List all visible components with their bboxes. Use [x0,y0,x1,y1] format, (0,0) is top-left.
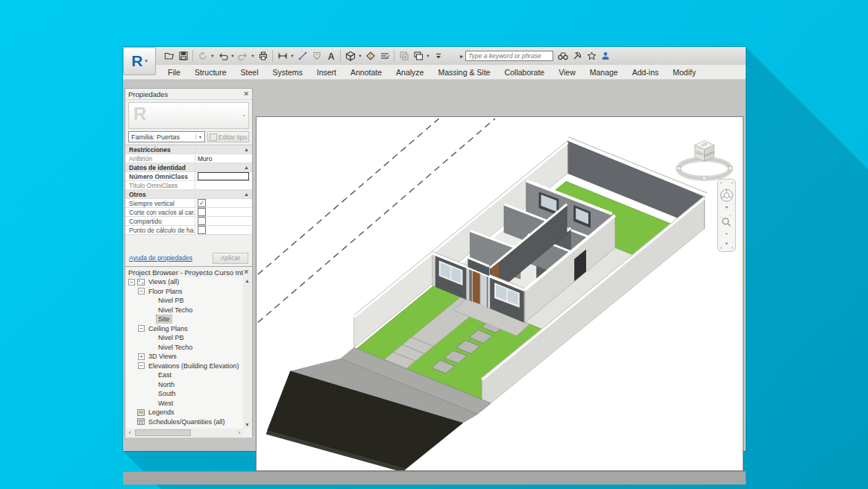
edit-type-button[interactable]: Editar tipo [207,131,249,142]
properties-help-link[interactable]: Ayuda de propiedades [129,254,192,262]
measure-icon[interactable] [275,48,289,63]
collapse-chevron-icon[interactable]: ▲ [244,147,249,152]
checkbox[interactable] [198,217,206,225]
tree-item-legends[interactable]: Legends [126,408,243,417]
binoculars-icon[interactable] [558,51,568,60]
tree-item-site[interactable]: Site [126,315,243,324]
collapse-chevron-icon[interactable]: ▲ [244,165,249,170]
tab-view[interactable]: View [559,68,576,77]
thin-lines-icon[interactable] [377,48,391,63]
infocenter-collapse-icon[interactable]: ▸ [460,53,463,60]
checkbox[interactable] [198,226,206,234]
tree-item-label: Schedules/Quantities (all) [147,418,227,426]
scroll-up-icon[interactable]: ▲ [243,277,251,285]
default-3d-view-icon[interactable] [343,48,357,63]
switch-windows-dropdown-icon[interactable]: ▾ [425,53,431,59]
property-value[interactable] [195,181,252,189]
search-input[interactable] [465,51,553,61]
tree-item-north[interactable]: North [126,380,243,390]
tab-massing-site[interactable]: Massing & Site [438,68,490,77]
tab-collaborate[interactable]: Collaborate [504,68,544,77]
family-type-combo[interactable]: Familia: Puertas ▾ [128,131,205,142]
default-3d-view-dropdown-icon[interactable]: ▾ [357,53,363,59]
tree-item-elevations-building-elevation-[interactable]: −Elevations (Building Elevation) [126,362,243,371]
collapse-icon[interactable]: − [138,325,145,332]
application-menu-button[interactable]: R ▾ [123,47,156,75]
tree-item-views-all-[interactable]: −Views (all) [126,277,243,287]
viewcube[interactable]: TOP LEFT FRONT [676,141,732,180]
navigation-bar[interactable] [718,179,736,251]
tree-item-nivel-pb[interactable]: Nivel PB [126,333,243,343]
vertical-scrollbar[interactable]: ▲ ▼ [243,277,251,429]
redo-icon [236,48,250,63]
redo-dropdown-icon[interactable]: ▾ [250,53,256,59]
tab-steel[interactable]: Steel [241,68,259,77]
undo-dropdown-icon[interactable]: ▾ [230,53,236,59]
scrollbar-thumb[interactable] [135,429,191,436]
undo-icon[interactable] [216,48,230,63]
collapse-icon[interactable]: − [128,279,135,285]
tree-item-east[interactable]: East [126,370,243,380]
property-label: Número OmniClass [125,173,195,180]
text-icon[interactable]: A [324,48,338,63]
tab-file[interactable]: File [168,68,180,77]
print-icon[interactable] [256,48,270,63]
tree-item-nivel-pb[interactable]: Nivel PB [126,296,243,306]
tab-structure[interactable]: Structure [195,68,227,77]
tab-annotate[interactable]: Annotate [350,68,382,77]
steering-wheel-icon[interactable] [720,189,732,201]
close-icon[interactable]: ✕ [243,269,249,276]
tree-item-nivel-techo[interactable]: Nivel Techo [126,343,243,353]
tree-item-ceiling-plans[interactable]: −Ceiling Plans [126,324,243,334]
tree-item-3d-views[interactable]: +3D Views [126,352,243,362]
customize-qat-icon[interactable] [431,48,445,63]
scroll-left-icon[interactable]: ‹ [126,430,133,435]
sign-in-icon[interactable] [573,51,582,60]
type-preview[interactable]: R ⌄ [128,102,249,129]
tab-systems[interactable]: Systems [272,68,302,77]
switch-windows-icon[interactable] [411,48,425,63]
property-row: Número OmniClass [125,172,252,181]
tree-item-schedules-quantities-all-[interactable]: Schedules/Quantities (all) [126,417,243,427]
horizontal-scrollbar[interactable]: ‹ › [126,429,243,437]
tab-insert[interactable]: Insert [317,68,336,77]
scroll-right-icon[interactable]: › [236,430,243,435]
scroll-down-icon[interactable]: ▼ [243,421,251,429]
favorites-star-icon[interactable] [587,51,597,60]
tree-item-nivel-techo[interactable]: Nivel Techo [126,306,243,315]
properties-header[interactable]: Propiedades ✕ [125,89,252,100]
tree-item-south[interactable]: South [126,389,243,399]
section-icon[interactable] [363,48,377,63]
section-header[interactable]: Datos de identidad▲ [125,163,252,172]
property-value[interactable]: Muro [195,154,252,163]
legends-icon [137,409,145,416]
close-icon[interactable]: ✕ [243,91,249,98]
tab-add-ins[interactable]: Add-ins [632,68,659,77]
property-row: Siempre vertical✓ [125,199,252,208]
tab-manage[interactable]: Manage [590,68,618,77]
chevron-down-icon: ▾ [195,134,204,139]
drawing-area-3d-view[interactable]: TOP LEFT FRONT [256,116,743,471]
collapse-icon[interactable]: − [138,288,145,294]
checkbox[interactable] [198,208,206,216]
measure-dropdown-icon[interactable]: ▾ [289,53,295,59]
project-browser-header[interactable]: Project Browser - Proyecto Curso Intro..… [125,267,252,278]
save-icon[interactable] [176,48,190,63]
status-bar [123,471,746,485]
tab-modify[interactable]: Modify [673,68,696,77]
collapse-chevron-icon[interactable]: ▲ [244,192,249,197]
tab-analyze[interactable]: Analyze [396,68,424,77]
expand-icon[interactable]: + [138,353,145,360]
collapse-icon[interactable]: − [138,362,145,369]
open-icon[interactable] [162,48,176,63]
tree-item-floor-plans[interactable]: −Floor Plans [126,287,243,297]
tree-item-west[interactable]: West [126,399,243,408]
user-icon[interactable] [601,51,610,60]
section-header[interactable]: Otros▲ [125,190,252,199]
omniclass-number-input[interactable] [198,172,249,180]
aligned-dimension-icon[interactable] [295,48,309,63]
apply-button[interactable]: Aplicar [213,253,248,264]
sync-dropdown-icon[interactable]: ▾ [210,53,216,59]
checkbox[interactable]: ✓ [198,199,206,207]
section-header[interactable]: Restricciones▲ [125,145,252,154]
